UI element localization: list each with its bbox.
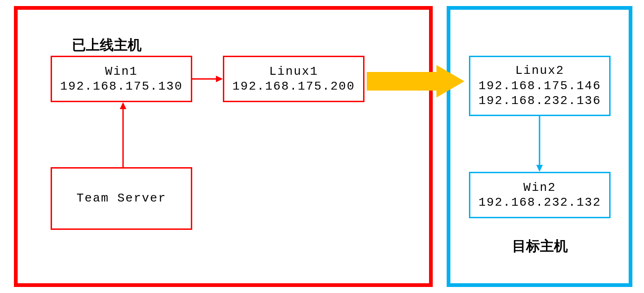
- node-win2-name: Win2: [523, 180, 556, 195]
- node-win1-ip: 192.168.175.130: [60, 79, 182, 94]
- node-win2: Win2 192.168.232.132: [469, 172, 611, 218]
- node-win2-ip: 192.168.232.132: [478, 195, 601, 210]
- svg-marker-1: [120, 102, 126, 109]
- node-win1: Win1 192.168.175.130: [51, 56, 192, 102]
- node-win1-name: Win1: [105, 64, 137, 79]
- svg-marker-3: [216, 76, 223, 82]
- svg-marker-6: [536, 165, 543, 172]
- arrow-team-to-win1: [118, 102, 128, 167]
- node-linux2: Linux2 192.168.175.146 192.168.232.136: [469, 56, 611, 116]
- arrow-win1-to-linux1: [192, 74, 223, 84]
- node-linux2-ip2: 192.168.232.136: [478, 93, 601, 109]
- node-linux1-name: Linux1: [269, 64, 319, 79]
- node-linux1: Linux1 192.168.175.200: [223, 56, 364, 102]
- arrow-linux2-to-win2: [535, 116, 544, 172]
- online-hosts-label: 已上线主机: [72, 36, 142, 55]
- big-arrow-icon: [367, 65, 464, 98]
- svg-marker-4: [367, 65, 464, 98]
- target-hosts-label: 目标主机: [512, 237, 568, 256]
- node-linux2-name: Linux2: [515, 63, 565, 78]
- node-linux1-ip: 192.168.175.200: [232, 79, 355, 94]
- node-linux2-ip1: 192.168.175.146: [478, 78, 601, 94]
- node-team-server: Team Server: [51, 167, 192, 230]
- node-team-server-name: Team Server: [77, 191, 167, 206]
